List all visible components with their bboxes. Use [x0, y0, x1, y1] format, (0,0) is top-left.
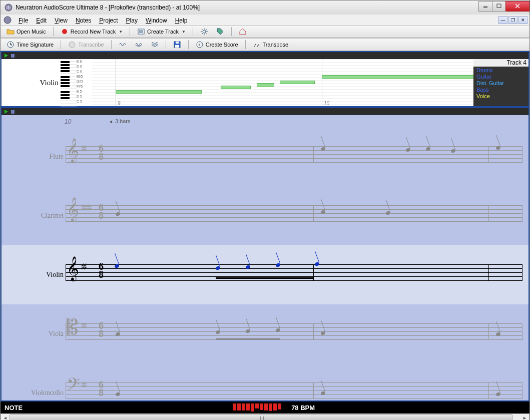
home-icon	[239, 28, 247, 36]
instrument-label: Violoncello	[31, 389, 64, 397]
tool-button-2[interactable]	[132, 39, 146, 50]
secondary-toolbar: Time Signature Transcribe ♪ Create Score…	[0, 38, 530, 51]
piano-roll-controls	[2, 52, 528, 59]
scroll-left-button[interactable]: ◄	[1, 414, 10, 420]
minimize-button[interactable]	[478, 1, 492, 12]
menu-edit[interactable]: Edit	[32, 16, 51, 25]
bpm-label: 78 BPM	[291, 404, 525, 411]
menu-notes[interactable]: Notes	[72, 16, 95, 25]
piano-roll-pane: Violin E 6D 6C 6Bb5G#5F#5E 5D 5C 5 91011…	[1, 51, 529, 107]
menu-project[interactable]: Project	[95, 16, 122, 25]
track-item[interactable]: Drums	[476, 67, 525, 74]
bar-number: 10	[65, 118, 71, 125]
tag-icon	[216, 28, 224, 36]
create-score-button[interactable]: ♪ Create Score	[193, 39, 241, 50]
transcribe-button: Transcribe	[65, 39, 107, 50]
maximize-button[interactable]	[492, 1, 506, 12]
mdi-close-button[interactable]: ✕	[518, 16, 527, 24]
open-music-label: Open Music	[17, 29, 46, 35]
piano-roll-grid[interactable]: 91011	[92, 59, 473, 106]
score-view[interactable]: 10 3 bars Flute𝄞♯♯68Clarinet𝄞♯♯♯♯68Violi…	[2, 115, 528, 400]
svg-point-4	[62, 29, 67, 34]
settings-button[interactable]	[197, 26, 211, 37]
tool-button-1[interactable]	[116, 39, 130, 50]
menu-window[interactable]: Window	[142, 16, 171, 25]
open-music-button[interactable]: Open Music	[4, 26, 49, 37]
instrument-label: Flute	[49, 153, 64, 161]
folder-open-icon	[7, 28, 15, 36]
staff-row-viola[interactable]: Viola𝄡♯♯68	[2, 304, 528, 363]
svg-rect-10	[176, 42, 179, 44]
tool-button-3[interactable]	[148, 39, 162, 50]
svg-rect-2	[497, 4, 501, 8]
transcribe-icon	[68, 41, 76, 49]
home-button[interactable]	[236, 26, 250, 37]
save-button[interactable]	[170, 39, 184, 50]
track-list: Track 4 DrumsGuitarDist. GuitarBassVoice	[473, 59, 528, 106]
play-button[interactable]	[5, 54, 8, 58]
piano-roll-instrument: Violin	[2, 59, 61, 106]
menu-help[interactable]: Help	[171, 16, 192, 25]
transpose-icon: ♪♪	[253, 41, 261, 49]
piano-keyboard[interactable]	[61, 59, 77, 106]
floppy-icon	[173, 41, 181, 49]
close-button[interactable]	[505, 1, 529, 12]
create-track-icon	[137, 28, 145, 36]
svg-point-3	[4, 17, 11, 24]
mdi-restore-button[interactable]: ❐	[508, 16, 517, 24]
play-button[interactable]	[5, 110, 8, 114]
menu-file[interactable]: File	[15, 16, 32, 25]
bar-info[interactable]: 3 bars	[109, 118, 131, 124]
dropdown-arrow-icon[interactable]: ▼	[182, 30, 186, 34]
svg-point-8	[69, 42, 75, 48]
stop-button[interactable]	[11, 110, 15, 114]
svg-rect-11	[175, 45, 179, 48]
track-item[interactable]: Dist. Guitar	[476, 80, 525, 87]
scroll-right-button[interactable]: ►	[520, 414, 529, 420]
wave-icon	[135, 41, 143, 49]
score-controls	[2, 108, 528, 115]
staff-row-clarinet[interactable]: Clarinet𝄞♯♯♯♯68	[2, 186, 528, 245]
svg-point-6	[203, 30, 206, 33]
horizontal-scrollbar[interactable]: ◄ ►	[1, 413, 529, 420]
wave-icon	[151, 41, 159, 49]
time-signature-button[interactable]: Time Signature	[4, 39, 57, 50]
menu-bar: FileEditViewNotesProjectPlayWindowHelp —…	[0, 15, 530, 25]
track-header[interactable]: Track 4	[473, 59, 528, 67]
transpose-button[interactable]: ♪♪ Transpose	[250, 39, 292, 50]
menu-play[interactable]: Play	[122, 16, 142, 25]
stop-button[interactable]	[11, 54, 15, 58]
main-toolbar: Open Music Record New Track ▼ Create Tra…	[0, 25, 530, 38]
svg-rect-1	[483, 7, 487, 8]
score-icon: ♪	[196, 41, 204, 49]
track-item[interactable]: Bass	[476, 87, 525, 93]
record-icon	[61, 28, 69, 36]
instrument-label: Violin	[46, 271, 64, 279]
instrument-label: Clarinet	[41, 212, 64, 220]
mode-label: NOTE	[5, 404, 23, 411]
scrollbar-thumb[interactable]	[10, 414, 512, 420]
transcribe-label: Transcribe	[78, 42, 104, 48]
app-icon	[5, 4, 13, 12]
record-label: Record New Track	[71, 29, 116, 35]
window-title: Neuratron AudioScore Ultimate 8 - [Proko…	[16, 4, 479, 11]
window-titlebar: Neuratron AudioScore Ultimate 8 - [Proko…	[0, 0, 530, 15]
score-pane: 10 3 bars Flute𝄞♯♯68Clarinet𝄞♯♯♯♯68Violi…	[1, 107, 529, 401]
track-item[interactable]: Voice	[476, 93, 525, 100]
staff-row-violin[interactable]: Violin𝄞♯♯68	[2, 245, 528, 304]
mdi-minimize-button[interactable]: —	[498, 16, 507, 24]
staff-row-flute[interactable]: Flute𝄞♯♯68	[2, 127, 528, 186]
gear-icon	[200, 28, 208, 36]
instrument-label: Viola	[49, 330, 64, 338]
svg-text:♪: ♪	[198, 43, 200, 47]
record-new-track-button[interactable]: Record New Track ▼	[58, 26, 126, 37]
create-track-button[interactable]: Create Track ▼	[134, 26, 189, 37]
staff-row-violoncello[interactable]: Violoncello𝄢♯♯68	[2, 363, 528, 400]
dropdown-arrow-icon[interactable]: ▼	[119, 30, 123, 34]
track-item[interactable]: Guitar	[476, 74, 525, 80]
note-labels: E 6D 6C 6Bb5G#5F#5E 5D 5C 5	[77, 59, 92, 106]
time-signature-label: Time Signature	[17, 42, 54, 48]
tag-button[interactable]	[213, 26, 227, 37]
time-signature-icon	[7, 41, 15, 49]
menu-view[interactable]: View	[51, 16, 72, 25]
